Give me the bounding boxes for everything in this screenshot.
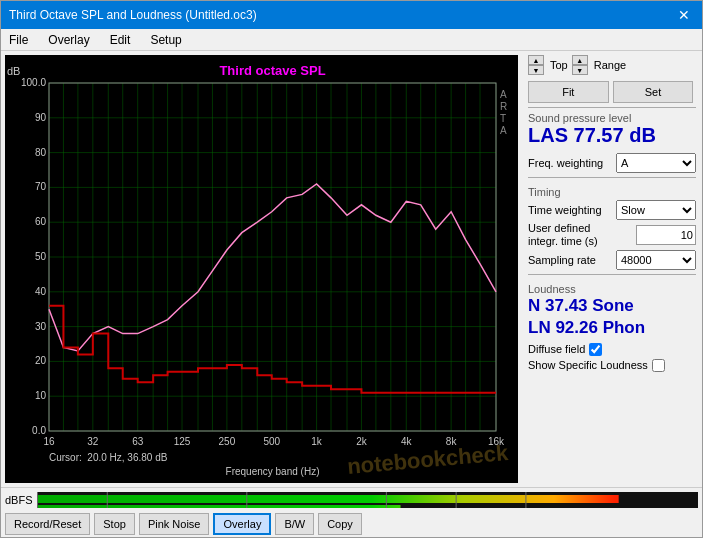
range-label: Range (594, 59, 626, 71)
top-controls: ▲ ▼ Top ▲ ▼ Range Fit Set (528, 55, 696, 103)
integr-time-input[interactable]: 10 (636, 225, 696, 245)
freq-weighting-row: Freq. weighting ABCZ (528, 153, 696, 173)
chart-canvas (5, 55, 518, 483)
loudness-value-line2: LN 92.26 Phon (528, 317, 696, 339)
close-button[interactable]: ✕ (674, 7, 694, 23)
top-up-btn[interactable]: ▲ (528, 55, 544, 65)
right-panel: ▲ ▼ Top ▲ ▼ Range Fit Set Sound pressure… (522, 51, 702, 487)
spl-section: Sound pressure level LAS 77.57 dB (528, 107, 696, 147)
diffuse-field-row: Diffuse field (528, 343, 696, 356)
top-spinbox: ▲ ▼ (528, 55, 544, 75)
timing-label: Timing (528, 186, 696, 198)
sampling-rate-select[interactable]: 480004410096000 (616, 250, 696, 270)
loudness-label: Loudness (528, 283, 696, 295)
menu-edit[interactable]: Edit (106, 32, 135, 48)
dbfs-label: dBFS (5, 494, 33, 506)
copy-button[interactable]: Copy (318, 513, 362, 535)
loudness-section: Loudness N 37.43 Sone LN 92.26 Phon Diff… (528, 274, 696, 371)
top-label: Top (550, 59, 568, 71)
sampling-rate-row: Sampling rate 480004410096000 (528, 250, 696, 270)
spl-section-label: Sound pressure level (528, 112, 696, 124)
title-bar: Third Octave SPL and Loudness (Untitled.… (1, 1, 702, 29)
fit-button[interactable]: Fit (528, 81, 609, 103)
time-weighting-label: Time weighting (528, 204, 602, 216)
menu-file[interactable]: File (5, 32, 32, 48)
meter-canvas (37, 492, 698, 508)
sampling-rate-label: Sampling rate (528, 254, 596, 266)
pink-noise-button[interactable]: Pink Noise (139, 513, 210, 535)
stop-button[interactable]: Stop (94, 513, 135, 535)
integr-time-row: User definedintegr. time (s) 10 (528, 222, 696, 248)
range-down-btn[interactable]: ▼ (572, 65, 588, 75)
buttons-row: Record/Reset Stop Pink Noise Overlay B/W… (1, 512, 702, 537)
window-title: Third Octave SPL and Loudness (Untitled.… (9, 8, 257, 22)
integr-time-label: User definedintegr. time (s) (528, 222, 598, 248)
record-reset-button[interactable]: Record/Reset (5, 513, 90, 535)
diffuse-field-checkbox[interactable] (589, 343, 602, 356)
timing-section: Timing Time weighting SlowFastImpulse Us… (528, 177, 696, 270)
freq-weighting-select[interactable]: ABCZ (616, 153, 696, 173)
set-button[interactable]: Set (613, 81, 694, 103)
overlay-button[interactable]: Overlay (213, 513, 271, 535)
spl-value: LAS 77.57 dB (528, 124, 696, 147)
main-content: notebookcheck ▲ ▼ Top ▲ ▼ Range Fit Set (1, 51, 702, 487)
dbfs-row: dBFS (1, 488, 702, 512)
bw-button[interactable]: B/W (275, 513, 314, 535)
menu-overlay[interactable]: Overlay (44, 32, 93, 48)
specific-loudness-row: Show Specific Loudness (528, 359, 696, 372)
time-weighting-row: Time weighting SlowFastImpulse (528, 200, 696, 220)
diffuse-field-label: Diffuse field (528, 343, 585, 355)
specific-loudness-checkbox[interactable] (652, 359, 665, 372)
loudness-value-line1: N 37.43 Sone (528, 295, 696, 317)
top-down-btn[interactable]: ▼ (528, 65, 544, 75)
range-spinbox: ▲ ▼ (572, 55, 588, 75)
level-meter (37, 492, 698, 508)
freq-weighting-label: Freq. weighting (528, 157, 603, 169)
chart-area: notebookcheck (5, 55, 518, 483)
specific-loudness-label: Show Specific Loudness (528, 359, 648, 371)
bottom-bar: dBFS Record/Reset Stop Pink Noise Overla… (1, 487, 702, 537)
range-up-btn[interactable]: ▲ (572, 55, 588, 65)
main-window: Third Octave SPL and Loudness (Untitled.… (0, 0, 703, 538)
menu-bar: File Overlay Edit Setup (1, 29, 702, 51)
menu-setup[interactable]: Setup (146, 32, 185, 48)
time-weighting-select[interactable]: SlowFastImpulse (616, 200, 696, 220)
